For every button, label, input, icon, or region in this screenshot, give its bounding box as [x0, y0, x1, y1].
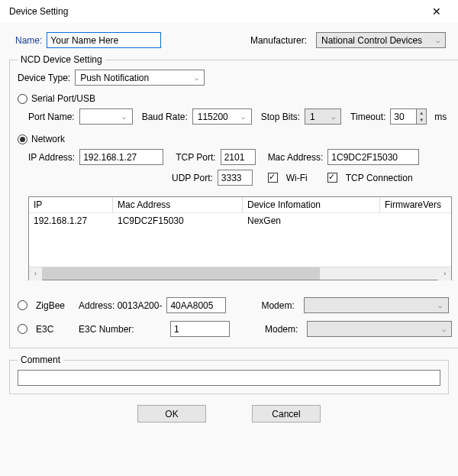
e3c-label: E3C — [36, 324, 74, 335]
scroll-left-icon[interactable]: ‹ — [29, 267, 42, 280]
chevron-down-icon: ⌵ — [237, 110, 250, 123]
udp-label: UDP Port: — [172, 173, 213, 183]
e3c-number-label: E3C Number: — [79, 324, 166, 335]
timeout-label: Timeout: — [350, 112, 385, 122]
chevron-down-icon: ⌵ — [431, 34, 443, 47]
chevron-down-icon: ⌵ — [118, 110, 131, 123]
cell-fw — [380, 213, 451, 228]
stopbits-label: Stop Bits: — [261, 112, 300, 122]
scroll-track[interactable] — [42, 267, 438, 280]
comment-legend: Comment — [18, 355, 63, 365]
serial-radio[interactable] — [18, 94, 27, 104]
network-label: Network — [31, 134, 65, 144]
window-title: Device Setting — [9, 6, 68, 17]
network-radio[interactable] — [18, 134, 27, 144]
tcp-input[interactable] — [221, 149, 256, 165]
wifi-label: Wi-Fi — [286, 173, 308, 183]
device-type-label: Device Type: — [18, 73, 70, 83]
manufacturer-select[interactable]: National Control Devices ⌵ — [316, 32, 446, 48]
baud-select[interactable]: 115200 ⌵ — [192, 108, 252, 125]
table-body: 192.168.1.27 1C9DC2F15030 NexGen — [29, 213, 451, 267]
comment-group: Comment — [9, 355, 449, 394]
spin-up-icon: ▲ — [417, 109, 426, 117]
udp-input[interactable] — [218, 170, 253, 186]
e3c-radio[interactable] — [18, 324, 27, 334]
cell-info: NexGen — [243, 213, 380, 228]
zigbee-modem-select[interactable]: ⌵ — [304, 297, 449, 313]
th-mac[interactable]: Mac Address — [113, 197, 243, 213]
chevron-down-icon: ⌵ — [327, 110, 339, 123]
chevron-down-icon: ⌵ — [437, 322, 450, 335]
name-input[interactable] — [47, 32, 161, 48]
cell-mac: 1C9DC2F15030 — [113, 213, 243, 228]
zigbee-radio[interactable] — [18, 300, 27, 310]
mac-input[interactable] — [327, 149, 419, 165]
th-info[interactable]: Device Infomation — [243, 197, 380, 213]
cell-ip: 192.168.1.27 — [29, 213, 113, 228]
timeout-unit: ms — [434, 112, 447, 122]
tcpconn-checkbox[interactable] — [327, 173, 337, 183]
manufacturer-value: National Control Devices — [321, 35, 422, 46]
tcp-label: TCP Port: — [176, 152, 215, 163]
mac-label: Mac Address: — [268, 152, 324, 163]
ncd-group: NCD Device Setting Device Type: Push Not… — [9, 54, 458, 348]
device-type-select[interactable]: Push Notification ⌵ — [75, 70, 205, 86]
th-ip[interactable]: IP — [29, 197, 113, 213]
scroll-right-icon[interactable]: › — [438, 267, 451, 280]
stopbits-select[interactable]: 1 ⌵ — [305, 108, 341, 125]
e3c-modem-label: Modem: — [265, 324, 298, 335]
th-fw[interactable]: FirmwareVers — [380, 197, 451, 213]
serial-label: Serial Port/USB — [31, 93, 95, 104]
timeout-stepper[interactable]: ▲ ▼ — [390, 108, 427, 125]
h-scrollbar[interactable]: ‹ › — [29, 267, 451, 280]
ncd-legend: NCD Device Setting — [18, 54, 105, 65]
chevron-down-icon: ⌵ — [190, 71, 202, 84]
table-row[interactable]: 192.168.1.27 1C9DC2F15030 NexGen — [29, 213, 451, 228]
ip-label: IP Address: — [28, 152, 75, 163]
zigbee-address-label: Address: 0013A200- — [79, 300, 162, 311]
comment-input[interactable] — [18, 370, 440, 386]
baud-value: 115200 — [198, 112, 228, 122]
e3c-modem-select[interactable]: ⌵ — [307, 321, 452, 337]
content-area: Name: Manufacturer: National Control Dev… — [0, 23, 458, 476]
e3c-number-input[interactable] — [170, 321, 230, 337]
timeout-spin-buttons[interactable]: ▲ ▼ — [416, 108, 427, 125]
scroll-thumb[interactable] — [42, 267, 320, 280]
ip-input[interactable] — [79, 149, 163, 165]
ok-button[interactable]: OK — [137, 405, 206, 423]
timeout-input[interactable] — [390, 108, 416, 125]
port-name-label: Port Name: — [28, 112, 75, 122]
device-type-value: Push Notification — [80, 73, 149, 83]
spin-down-icon: ▼ — [417, 117, 426, 125]
table-header: IP Mac Address Device Infomation Firmwar… — [29, 197, 451, 213]
baud-label: Baud Rate: — [142, 112, 188, 122]
chevron-down-icon: ⌵ — [434, 299, 447, 312]
wifi-checkbox[interactable] — [268, 173, 278, 183]
device-table: IP Mac Address Device Infomation Firmwar… — [28, 196, 452, 280]
cancel-button[interactable]: Cancel — [252, 405, 321, 423]
close-icon[interactable]: ✕ — [423, 1, 450, 22]
title-bar: Device Setting ✕ — [0, 0, 458, 23]
port-name-select[interactable]: ⌵ — [79, 108, 133, 125]
stopbits-value: 1 — [310, 112, 315, 122]
zigbee-address-input[interactable] — [166, 297, 226, 313]
name-label: Name: — [15, 35, 42, 46]
tcpconn-label: TCP Connection — [346, 173, 413, 183]
zigbee-modem-label: Modem: — [261, 300, 294, 311]
zigbee-label: ZigBee — [36, 300, 74, 311]
manufacturer-label: Manufacturer: — [250, 35, 307, 46]
